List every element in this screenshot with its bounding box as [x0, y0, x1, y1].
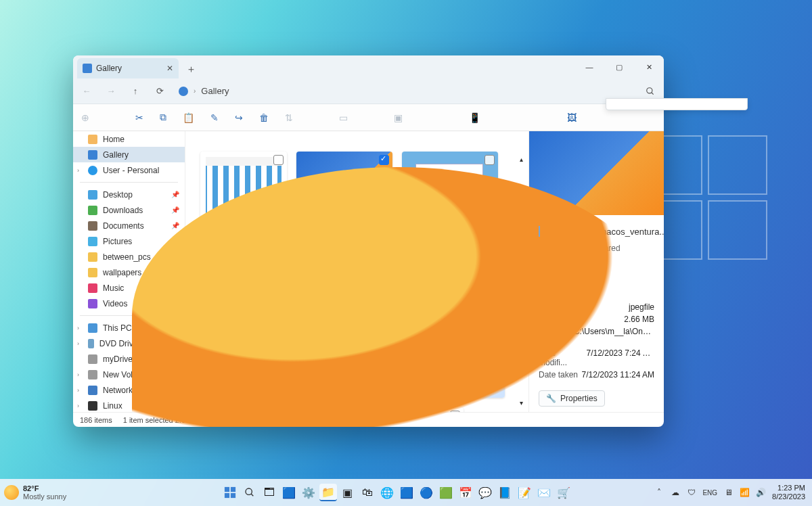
thumbnail-checkbox[interactable]: [273, 155, 284, 165]
more-icon[interactable]: ⋯: [663, 112, 664, 124]
svg-point-0: [647, 87, 652, 93]
tab-gallery[interactable]: Gallery ✕: [77, 58, 179, 78]
sidebar-item-documents[interactable]: Documents 📌: [73, 218, 185, 233]
copy-icon[interactable]: ⧉: [160, 112, 166, 124]
chevron-right-icon[interactable]: ›: [77, 402, 79, 409]
wifi-tray-icon[interactable]: 📶: [740, 488, 750, 498]
sort-icon[interactable]: ⇅: [285, 112, 293, 124]
todo-app-icon[interactable]: 🟩: [437, 484, 455, 501]
word-icon[interactable]: 📘: [496, 484, 514, 501]
minimize-button[interactable]: —: [574, 55, 604, 78]
address-bar: ← → ↑ ⟳ › Gallery: [73, 78, 664, 104]
svg-rect-5: [231, 493, 235, 498]
sidebar-label: Gallery: [103, 150, 129, 160]
taskbar: 82°F Mostly sunny 🗔 🟦 ⚙️ 📁 ▣ 🛍 🌐 🟦 🔵 🟩 📅…: [0, 479, 812, 506]
folder-icon: [88, 252, 97, 262]
volume-tray-icon[interactable]: 🔊: [756, 488, 766, 498]
close-window-button[interactable]: ✕: [634, 55, 664, 78]
sidebar-label: Downloads: [103, 206, 143, 215]
weather-icon: [4, 485, 19, 500]
collapse-up-icon[interactable]: ▴: [520, 156, 523, 163]
nav-forward-icon[interactable]: →: [106, 86, 116, 97]
slideshow-icon[interactable]: ▣: [394, 112, 403, 124]
onedrive-tray-icon[interactable]: ☁: [670, 488, 680, 498]
linux-icon: [88, 401, 97, 411]
sidebar-item-gallery[interactable]: Gallery: [73, 147, 185, 162]
edge-icon[interactable]: 🌐: [378, 484, 396, 501]
downloads-icon: [88, 206, 97, 215]
chevron-right-icon: ›: [194, 87, 196, 95]
videos-icon: [88, 299, 97, 308]
file-preview: [529, 131, 664, 215]
pin-icon[interactable]: 📌: [171, 191, 179, 198]
new-item-icon[interactable]: ⊕: [81, 112, 89, 124]
rename-icon[interactable]: ✎: [210, 112, 219, 124]
language-indicator[interactable]: ENG: [702, 488, 717, 498]
sidebar-item-desktop[interactable]: Desktop 📌: [73, 187, 185, 202]
taskbar-time: 1:23 PM: [772, 484, 805, 492]
teams-icon[interactable]: 💬: [476, 484, 494, 501]
thumbnail-checkbox[interactable]: [379, 155, 389, 165]
widgets-icon[interactable]: 🟦: [280, 484, 298, 501]
background-icon[interactable]: 🖼: [567, 112, 577, 124]
chrome-icon[interactable]: 🔵: [418, 484, 435, 501]
network-tray-icon[interactable]: 🖥: [723, 488, 734, 498]
this-pc-icon: [88, 323, 97, 333]
close-tab-icon[interactable]: ✕: [166, 64, 173, 73]
cut-icon[interactable]: ✂: [135, 112, 143, 124]
settings-app-icon[interactable]: ⚙️: [300, 484, 317, 501]
chevron-right-icon[interactable]: ›: [77, 167, 79, 174]
sidebar-item-downloads[interactable]: Downloads 📌: [73, 202, 185, 218]
breadcrumb-label: Gallery: [201, 86, 229, 96]
home-icon: [88, 135, 97, 144]
file-explorer-icon[interactable]: 📁: [319, 484, 337, 501]
delete-icon[interactable]: 🗑: [259, 112, 269, 124]
pin-icon[interactable]: 📌: [171, 206, 179, 214]
breadcrumb[interactable]: › Gallery: [179, 86, 631, 96]
chevron-right-icon[interactable]: ›: [77, 325, 79, 331]
search-icon[interactable]: [645, 86, 656, 97]
pin-icon[interactable]: 📌: [171, 222, 179, 229]
share-icon[interactable]: ↪: [235, 112, 243, 124]
jpeg-file-icon: [539, 226, 540, 237]
pictures-icon: [88, 237, 97, 246]
maximize-button[interactable]: ▢: [604, 55, 634, 78]
taskbar-weather[interactable]: 82°F Mostly sunny: [4, 484, 139, 501]
sidebar-label: Videos: [103, 299, 127, 308]
thumbnail-checkbox[interactable]: [484, 155, 495, 165]
copilot-icon[interactable]: 🛍: [359, 484, 376, 501]
terminal-icon[interactable]: ▣: [339, 484, 357, 501]
view-icon[interactable]: ▭: [339, 112, 348, 124]
chevron-right-icon[interactable]: ›: [77, 340, 79, 347]
new-tab-button[interactable]: ＋: [181, 60, 200, 78]
nav-up-icon[interactable]: ↑: [130, 86, 141, 97]
store-icon[interactable]: 🛒: [555, 484, 572, 501]
drive-icon: [88, 370, 97, 380]
refresh-icon[interactable]: ⟳: [154, 86, 165, 97]
tray-chevron-icon[interactable]: ˄: [654, 488, 664, 498]
chevron-right-icon[interactable]: ›: [77, 371, 79, 378]
svg-line-1: [652, 92, 654, 94]
taskbar-center: 🗔 🟦 ⚙️ 📁 ▣ 🛍 🌐 🟦 🔵 🟩 📅 💬 📘 📝 ✉️ 🛒: [139, 484, 654, 501]
command-toolbar: ⊕ ✂ ⧉ 📋 ✎ ↪ 🗑 ⇅ ▭ ▣ 📱 🖼 ⋯ ◫ Details: [73, 104, 664, 131]
search-taskbar-icon[interactable]: [241, 484, 258, 501]
notes-icon[interactable]: 📝: [516, 484, 533, 501]
sidebar-label: Network: [103, 386, 133, 395]
sidebar-item-home[interactable]: Home: [73, 131, 185, 147]
mail-icon[interactable]: ✉️: [535, 484, 553, 501]
taskbar-clock[interactable]: 1:23 PM 8/23/2023: [772, 484, 808, 501]
security-tray-icon[interactable]: 🛡: [686, 488, 696, 498]
vscode-icon[interactable]: 🟦: [398, 484, 415, 501]
chevron-right-icon[interactable]: ›: [77, 387, 79, 394]
sidebar-label: This PC: [103, 323, 132, 333]
nav-back-icon[interactable]: ←: [81, 86, 92, 97]
phone-link-icon[interactable]: 📱: [469, 112, 480, 124]
task-view-icon[interactable]: 🗔: [261, 484, 278, 501]
sidebar-item-user[interactable]: › User - Personal: [73, 162, 185, 178]
tab-title: Gallery: [96, 64, 122, 73]
start-icon[interactable]: [221, 484, 239, 501]
paste-icon[interactable]: 📋: [183, 112, 194, 124]
taskbar-date: 8/23/2023: [772, 492, 805, 501]
calendar-app-icon[interactable]: 📅: [457, 484, 474, 501]
sidebar-label: wallpapers: [103, 268, 141, 277]
